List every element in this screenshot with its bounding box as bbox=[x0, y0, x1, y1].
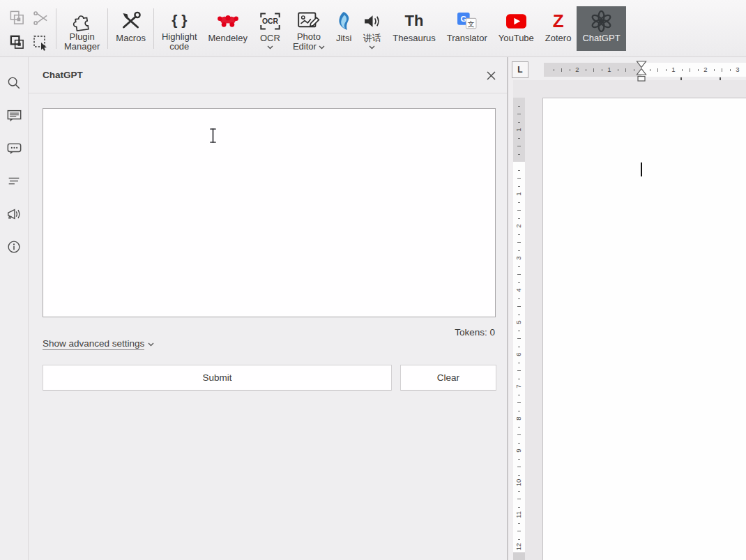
ruler-tick bbox=[518, 315, 520, 315]
toolbar-item-label: Mendeley bbox=[208, 33, 248, 43]
toolbar-item-label: Macros bbox=[116, 33, 146, 43]
ruler-tick bbox=[518, 443, 520, 444]
prompt-textarea[interactable] bbox=[43, 108, 496, 317]
ruler-tick bbox=[518, 154, 520, 155]
application-window: PluginManagerMacros{ }HighlightcodeMende… bbox=[0, 0, 746, 560]
ruler-tick bbox=[518, 138, 520, 139]
ruler-number: 3 bbox=[731, 63, 745, 77]
toolbar-item-label: 讲话 bbox=[363, 33, 381, 43]
toolbar-item-macros[interactable]: Macros bbox=[110, 6, 151, 51]
toolbar-item-zotero[interactable]: ZZotero bbox=[540, 6, 577, 51]
ruler-tick bbox=[517, 531, 521, 531]
document-page[interactable] bbox=[542, 98, 746, 560]
toolbar-item-highlight-code[interactable]: { }Highlightcode bbox=[156, 6, 203, 51]
panel-title: ChatGPT bbox=[43, 70, 83, 80]
mendeley-icon bbox=[216, 8, 240, 33]
plugin-buttons-group: PluginManagerMacros{ }HighlightcodeMende… bbox=[59, 0, 626, 51]
ruler-tick bbox=[517, 146, 521, 146]
ruler-tick bbox=[518, 298, 520, 299]
sidebar-chat-dots-icon[interactable] bbox=[6, 141, 22, 156]
toolbar-item-photo-editor[interactable]: PhotoEditor bbox=[287, 6, 330, 51]
plugins-toolbar: PluginManagerMacros{ }HighlightcodeMende… bbox=[0, 0, 746, 57]
th-icon: Th bbox=[405, 8, 424, 33]
tab-stop-mark bbox=[680, 77, 682, 80]
ruler-number: 11 bbox=[513, 509, 525, 521]
ruler-number: 12 bbox=[513, 541, 525, 553]
speaker-icon bbox=[363, 8, 381, 33]
toolbar-item-label: Highlightcode bbox=[162, 32, 197, 51]
chatgpt-panel: ChatGPT Tokens: 0 Show advanced settings… bbox=[29, 57, 508, 560]
paste-icon[interactable] bbox=[5, 30, 29, 54]
ruler-number: 1 bbox=[602, 63, 616, 77]
chevron-down-icon bbox=[267, 44, 273, 50]
svg-text:文: 文 bbox=[468, 20, 475, 27]
select-icon[interactable] bbox=[29, 30, 52, 54]
ruler-tick bbox=[690, 68, 690, 72]
openai-icon bbox=[591, 8, 612, 33]
ruler-tick bbox=[518, 491, 520, 492]
sidebar-info-icon[interactable] bbox=[6, 239, 22, 255]
advanced-settings-toggle[interactable]: Show advanced settings bbox=[43, 338, 154, 349]
ruler-tick bbox=[518, 475, 520, 476]
toolbar-item-mendeley[interactable]: Mendeley bbox=[203, 6, 253, 51]
toolbar-item-label: Jitsi bbox=[336, 33, 351, 43]
horizontal-ruler[interactable]: 21123 bbox=[544, 63, 746, 77]
text-caret bbox=[641, 162, 642, 176]
clipboard-tool-group bbox=[0, 0, 54, 54]
ruler-number: 7 bbox=[513, 381, 525, 393]
ruler-tick bbox=[518, 202, 520, 203]
sidebar-comment-icon[interactable] bbox=[6, 108, 22, 123]
toolbar-item-label: Translator bbox=[447, 33, 487, 43]
ruler-tick bbox=[518, 122, 520, 123]
toolbar-item-label: YouTube bbox=[498, 33, 534, 43]
ruler-tick bbox=[518, 507, 520, 508]
ruler-number: 8 bbox=[513, 413, 525, 425]
ruler-tick bbox=[586, 69, 586, 71]
panel-sash[interactable] bbox=[508, 57, 513, 560]
ruler-tick bbox=[517, 242, 521, 243]
ruler-number: 2 bbox=[570, 63, 584, 77]
document-workspace: L 21123 1123456789101112 bbox=[508, 57, 746, 560]
ruler-tick bbox=[518, 186, 520, 187]
clear-button[interactable]: Clear bbox=[400, 365, 496, 391]
ruler-number: 3 bbox=[513, 252, 525, 264]
ruler-tick bbox=[518, 459, 520, 460]
left-sidebar bbox=[0, 57, 29, 560]
ruler-tick bbox=[518, 106, 520, 107]
sidebar-announce-icon[interactable] bbox=[6, 206, 22, 222]
ruler-tick bbox=[518, 234, 520, 235]
submit-button[interactable]: Submit bbox=[43, 365, 392, 391]
tab-selector[interactable]: L bbox=[512, 61, 528, 78]
toolbar-item-youtube[interactable]: YouTube bbox=[493, 6, 540, 51]
horizontal-ruler-margin bbox=[544, 63, 641, 77]
ruler-tick bbox=[518, 331, 520, 331]
ruler-tick bbox=[625, 68, 626, 72]
close-icon[interactable] bbox=[485, 70, 496, 81]
ruler-tick bbox=[518, 523, 520, 524]
toolbar-item-label: Thesaurus bbox=[393, 33, 435, 43]
ruler-number: 1 bbox=[667, 63, 680, 77]
toolbar-item-plugin-manager[interactable]: PluginManager bbox=[59, 6, 105, 51]
indent-marker[interactable] bbox=[636, 61, 647, 86]
toolbar-item-thesaurus[interactable]: ThThesaurus bbox=[387, 6, 441, 51]
toolbar-item-translator[interactable]: G文Translator bbox=[441, 6, 493, 51]
toolbar-item-chatgpt[interactable]: ChatGPT bbox=[577, 6, 625, 51]
sidebar-outline-icon[interactable] bbox=[6, 174, 22, 189]
vertical-ruler[interactable]: 1123456789101112 bbox=[513, 98, 525, 552]
zotero-icon: Z bbox=[553, 8, 564, 33]
ruler-tick bbox=[714, 69, 715, 71]
chevron-down-icon bbox=[369, 44, 375, 50]
toolbar-item-jitsi[interactable]: Jitsi bbox=[330, 6, 357, 51]
ruler-tick bbox=[518, 427, 520, 427]
ruler-tick bbox=[517, 306, 521, 307]
ruler-tick bbox=[518, 363, 520, 363]
ruler-number: 2 bbox=[699, 63, 713, 77]
toolbar-item-ocr[interactable]: OCROCR bbox=[253, 6, 287, 51]
sidebar-search-icon[interactable] bbox=[6, 75, 22, 91]
ruler-tick bbox=[517, 402, 521, 403]
vertical-ruler-end bbox=[513, 552, 525, 560]
tab-stop-mark bbox=[720, 77, 721, 80]
ruler-tick bbox=[517, 274, 521, 275]
ruler-tick bbox=[517, 467, 521, 467]
toolbar-item-speech[interactable]: 讲话 bbox=[357, 6, 387, 51]
